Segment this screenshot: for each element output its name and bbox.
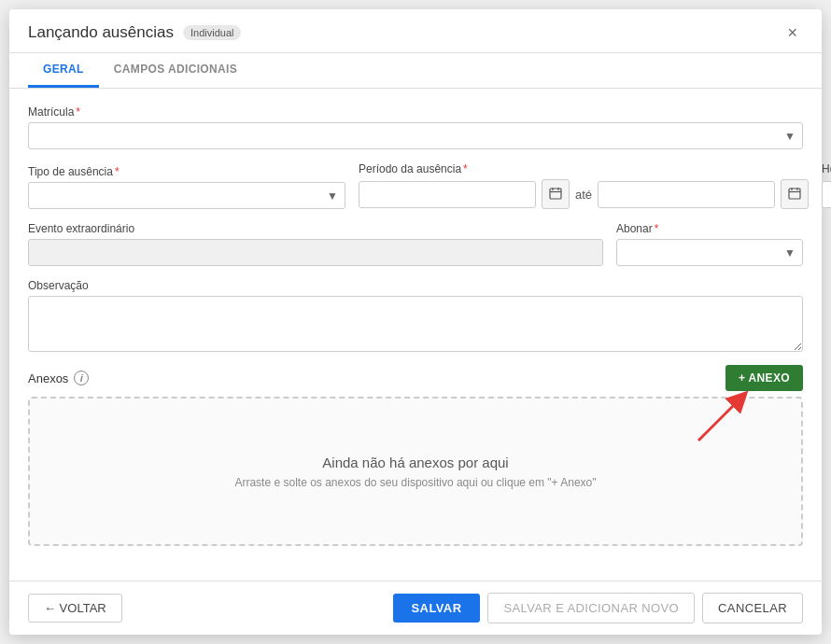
abonar-select-wrapper: ▼ — [616, 239, 803, 266]
modal-header: Lançando ausências Individual × — [9, 9, 822, 53]
calendario-ate-button[interactable] — [781, 179, 809, 209]
periodo-ausencia-group: Período da ausência* até — [359, 162, 809, 209]
evento-abonar-row: Evento extraordinário Abonar* ▼ — [28, 222, 803, 266]
abonar-label: Abonar* — [616, 222, 803, 235]
drop-zone-subtitle: Arraste e solte os anexos do seu disposi… — [234, 476, 596, 489]
horas-group: Horas — [822, 162, 831, 209]
periodo-de-input[interactable] — [359, 181, 536, 208]
add-anexo-button[interactable]: + ANEXO — [725, 365, 803, 391]
tipo-ausencia-group: Tipo de ausência* ▼ — [28, 165, 345, 209]
modal-title: Lançando ausências — [28, 23, 174, 42]
drop-zone[interactable]: Ainda não há anexos por aqui Arraste e s… — [28, 397, 803, 546]
tipo-ausencia-select-wrapper: ▼ — [28, 182, 345, 209]
evento-extraordinario-input — [28, 239, 603, 266]
calendario-de-button[interactable] — [542, 179, 570, 209]
observacao-label: Observação — [28, 279, 803, 292]
horas-label: Horas — [822, 162, 831, 175]
salvar-button[interactable]: SALVAR — [393, 594, 481, 623]
tipo-periodo-horas-row: Tipo de ausência* ▼ Período da ausência* — [28, 162, 803, 209]
tipo-ausencia-select[interactable] — [28, 182, 345, 209]
close-button[interactable]: × — [782, 22, 803, 43]
badge-individual: Individual — [183, 25, 241, 40]
modal-body: Matrícula* ▼ Tipo de ausência* ▼ — [9, 89, 822, 581]
info-icon: i — [74, 371, 89, 385]
tipo-ausencia-label: Tipo de ausência* — [28, 165, 345, 178]
observacao-textarea[interactable] — [28, 296, 803, 352]
matricula-select-wrapper: ▼ — [28, 122, 803, 149]
matricula-select[interactable] — [28, 122, 803, 149]
anexos-section: Anexos i + ANEXO Ainda não há anexos por… — [28, 365, 803, 546]
calendar-icon — [549, 187, 562, 200]
horas-input[interactable] — [822, 181, 831, 208]
evento-extraordinario-group: Evento extraordinário — [28, 222, 603, 266]
red-arrow-icon — [689, 389, 754, 445]
modal-footer: ← VOLTAR SALVAR SALVAR E ADICIONAR NOVO … — [9, 581, 822, 635]
modal-lancando-ausencias: Lançando ausências Individual × GERAL CA… — [9, 9, 822, 635]
horas-wrapper — [822, 179, 831, 209]
anexos-label-row: Anexos i — [28, 371, 89, 385]
drop-zone-title: Ainda não há anexos por aqui — [322, 455, 508, 470]
svg-rect-4 — [789, 189, 800, 199]
tab-campos-adicionais[interactable]: CAMPOS ADICIONAIS — [99, 53, 252, 88]
abonar-select[interactable] — [616, 239, 803, 266]
evento-extraordinario-label: Evento extraordinário — [28, 222, 603, 235]
periodo-ausencia-label: Período da ausência* — [359, 162, 809, 175]
periodo-inputs-container: até — [359, 179, 809, 209]
footer-right: SALVAR SALVAR E ADICIONAR NOVO CANCELAR — [393, 593, 803, 623]
salvar-adicionar-novo-button: SALVAR E ADICIONAR NOVO — [487, 593, 695, 623]
svg-rect-0 — [550, 189, 561, 199]
calendar-icon — [788, 187, 801, 200]
abonar-group: Abonar* ▼ — [616, 222, 803, 266]
tabs-container: GERAL CAMPOS ADICIONAIS — [9, 53, 822, 89]
anexos-header: Anexos i + ANEXO — [28, 365, 803, 391]
ate-label: até — [575, 188, 592, 202]
anexos-label: Anexos — [28, 371, 68, 385]
cancelar-button[interactable]: CANCELAR — [702, 593, 803, 623]
matricula-label: Matrícula* — [28, 105, 803, 119]
tab-geral[interactable]: GERAL — [28, 53, 99, 88]
observacao-group: Observação — [28, 279, 803, 352]
voltar-button[interactable]: ← VOLTAR — [28, 594, 122, 623]
periodo-ate-input[interactable] — [598, 181, 775, 208]
matricula-group: Matrícula* ▼ — [28, 105, 803, 149]
